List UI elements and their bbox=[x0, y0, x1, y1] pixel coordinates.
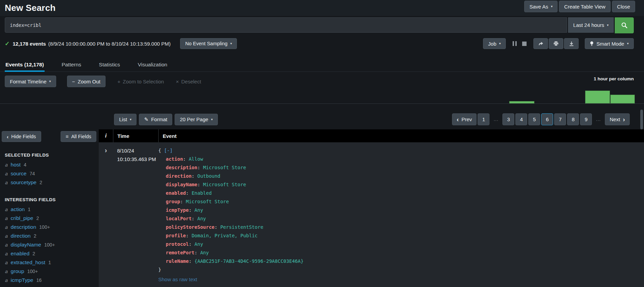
field-count: 2 bbox=[33, 251, 35, 257]
json-collapse-toggle[interactable]: [-] bbox=[164, 148, 173, 153]
print-button[interactable] bbox=[549, 38, 563, 49]
scrollbar-thumb[interactable] bbox=[640, 110, 643, 129]
page-button-3[interactable]: 3 bbox=[502, 113, 514, 125]
tab-statistics[interactable]: Statistics bbox=[98, 58, 121, 71]
column-header-event: Event bbox=[158, 129, 644, 142]
field-item-index[interactable]: aindex1 bbox=[2, 285, 96, 287]
page-button-1[interactable]: 1 bbox=[478, 113, 489, 125]
column-header-info: i bbox=[99, 129, 113, 142]
field-count: 2 bbox=[34, 233, 36, 239]
time-range-label: Last 24 hours bbox=[573, 22, 604, 28]
timeline-bar-3[interactable] bbox=[610, 95, 635, 103]
hide-fields-button[interactable]: ‹ Hide Fields bbox=[2, 131, 41, 142]
time-range-button[interactable]: Last 24 hours ▾ bbox=[568, 17, 614, 33]
expand-event-icon[interactable]: › bbox=[105, 146, 107, 287]
job-menu-button[interactable]: Job ▾ bbox=[483, 38, 506, 49]
field-count: 100+ bbox=[39, 224, 50, 230]
json-field-policyStoreSource: policyStoreSource: PersistentStore bbox=[158, 223, 644, 232]
job-controls: Job ▾ bbox=[483, 38, 634, 49]
timeline-bar-1[interactable] bbox=[509, 101, 534, 103]
topbar-actions: Save As ▾ Create Table View Close bbox=[524, 1, 635, 12]
list-view-button[interactable]: List ▾ bbox=[114, 114, 136, 125]
page-button-6[interactable]: 6 bbox=[541, 113, 553, 125]
field-item-group[interactable]: agroup100+ bbox=[2, 267, 96, 276]
json-key: description bbox=[166, 165, 197, 170]
json-value: Domain, Private, Public bbox=[192, 233, 258, 238]
chevron-down-icon: ▾ bbox=[211, 118, 213, 121]
search-input[interactable] bbox=[5, 17, 567, 33]
save-as-button[interactable]: Save As ▾ bbox=[524, 1, 558, 12]
pause-icon[interactable] bbox=[513, 41, 517, 46]
page-button-5[interactable]: 5 bbox=[528, 113, 540, 125]
json-field-action: action: Allow bbox=[158, 155, 644, 163]
json-key: group bbox=[166, 199, 180, 204]
stop-icon[interactable] bbox=[522, 42, 527, 46]
field-item-direction[interactable]: adirection2 bbox=[2, 232, 96, 240]
search-button[interactable] bbox=[615, 17, 634, 33]
json-open-brace: { bbox=[158, 148, 161, 153]
field-item-source[interactable]: asource74 bbox=[2, 169, 96, 178]
format-timeline-button[interactable]: Format Timeline ▾ bbox=[5, 76, 56, 87]
chevron-down-icon: ▾ bbox=[499, 42, 501, 45]
tab-events-12-178[interactable]: Events (12,178) bbox=[5, 58, 45, 71]
json-value: Microsoft Store bbox=[186, 199, 229, 204]
json-key: protocol bbox=[166, 241, 189, 247]
close-x-icon: × bbox=[176, 79, 179, 84]
list-view-label: List bbox=[119, 116, 127, 122]
all-fields-button[interactable]: ≡ All Fields bbox=[61, 131, 96, 142]
zoom-to-selection-label: Zoom to Selection bbox=[123, 79, 164, 84]
prev-label: Prev bbox=[462, 116, 472, 122]
field-item-action[interactable]: aaction1 bbox=[2, 205, 96, 214]
json-key: action bbox=[166, 156, 183, 162]
show-raw-text-link[interactable]: Show as raw text bbox=[158, 275, 197, 284]
job-action-buttons bbox=[533, 38, 579, 49]
page-button-7[interactable]: 7 bbox=[554, 113, 566, 125]
event-time: 10:10:35.463 PM bbox=[117, 155, 158, 163]
format-button[interactable]: ✎ Format bbox=[139, 114, 172, 125]
zoom-to-selection-button[interactable]: + Zoom to Selection bbox=[117, 79, 164, 84]
per-page-button[interactable]: 20 Per Page ▾ bbox=[175, 114, 218, 125]
event-sampling-label: No Event Sampling bbox=[185, 41, 227, 46]
event-sampling-button[interactable]: No Event Sampling ▾ bbox=[180, 38, 237, 49]
field-item-description[interactable]: adescription100+ bbox=[2, 223, 96, 232]
field-item-cribl_pipe[interactable]: acribl_pipe2 bbox=[2, 214, 96, 223]
events-table-header: i Time Event bbox=[99, 129, 644, 142]
prev-page-button[interactable]: ‹ Prev bbox=[452, 113, 477, 125]
tab-visualization[interactable]: Visualization bbox=[137, 58, 168, 71]
field-item-host[interactable]: ahost4 bbox=[2, 160, 96, 169]
timeline-histogram[interactable] bbox=[0, 87, 644, 104]
json-colon: : bbox=[197, 165, 203, 170]
field-name: enabled bbox=[11, 250, 29, 257]
export-button[interactable] bbox=[564, 38, 579, 49]
field-item-icmpType[interactable]: aicmpType16 bbox=[2, 276, 96, 285]
all-fields-label: All Fields bbox=[71, 134, 91, 139]
field-item-sourcetype[interactable]: asourcetype2 bbox=[2, 178, 96, 187]
json-field-direction: direction: Outbound bbox=[158, 172, 644, 180]
create-table-view-button[interactable]: Create Table View bbox=[559, 1, 610, 12]
search-icon bbox=[621, 22, 628, 29]
list-controls: List ▾ ✎ Format 20 Per Page ▾ bbox=[114, 114, 218, 125]
page-button-9[interactable]: 9 bbox=[580, 113, 592, 125]
deselect-button[interactable]: × Deselect bbox=[176, 79, 201, 84]
fields-sidebar: ‹ Hide Fields ≡ All Fields SELECTED FIEL… bbox=[2, 131, 96, 287]
format-label: Format bbox=[151, 116, 167, 122]
json-value: Allow bbox=[189, 156, 203, 162]
zoom-out-button[interactable]: − Zoom Out bbox=[67, 76, 106, 87]
json-colon: : bbox=[197, 182, 203, 187]
export-icon bbox=[569, 41, 574, 46]
page-button-4[interactable]: 4 bbox=[515, 113, 527, 125]
field-item-enabled[interactable]: aenabled2 bbox=[2, 249, 96, 258]
smart-mode-button[interactable]: Smart Mode ▾ bbox=[585, 38, 634, 49]
smart-mode-label: Smart Mode bbox=[596, 41, 624, 47]
field-item-extracted_host[interactable]: aextracted_host1 bbox=[2, 258, 96, 267]
timeline-bar-2[interactable] bbox=[585, 91, 610, 103]
next-page-button[interactable]: Next › bbox=[605, 113, 630, 125]
deselect-label: Deselect bbox=[181, 79, 201, 84]
page-button-8[interactable]: 8 bbox=[567, 113, 579, 125]
field-item-displayName[interactable]: adisplayName100+ bbox=[2, 240, 96, 249]
close-button[interactable]: Close bbox=[612, 1, 635, 12]
tab-patterns[interactable]: Patterns bbox=[61, 58, 82, 71]
share-button[interactable] bbox=[533, 38, 548, 49]
per-page-label: 20 Per Page bbox=[180, 116, 208, 122]
json-value: Any bbox=[200, 250, 209, 255]
